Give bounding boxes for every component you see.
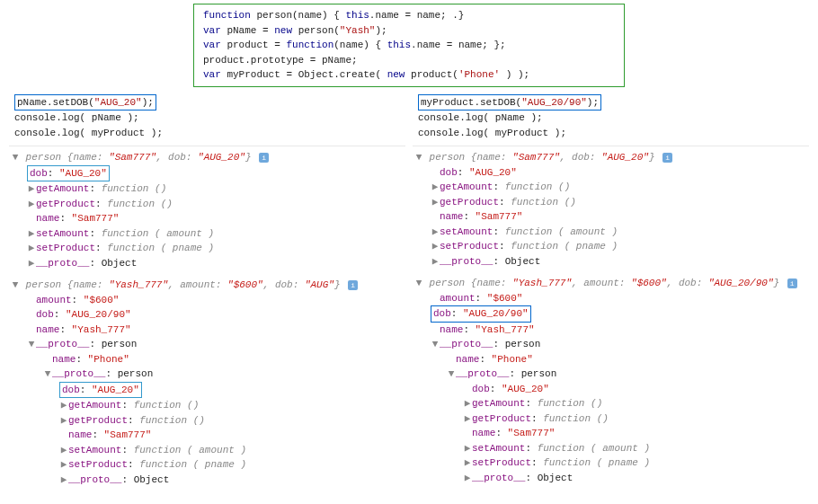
right-column: myProduct.setDOB("AUG_20/90"); console.l… xyxy=(409,93,813,488)
disclosure-triangle-icon[interactable]: ▶ xyxy=(431,254,440,270)
log-line: console.log( myProduct ); xyxy=(14,126,400,141)
code-line: var product = function(name) { this.name… xyxy=(203,38,615,53)
disclosure-triangle-icon[interactable]: ▶ xyxy=(431,239,440,254)
disclosure-triangle-icon[interactable]: ▼ xyxy=(27,337,36,352)
disclosure-triangle-icon[interactable]: ▶ xyxy=(463,441,472,456)
left-column: pName.setDOB("AUG_20"); console.log( pNa… xyxy=(5,93,409,488)
disclosure-triangle-icon[interactable]: ▶ xyxy=(59,473,68,488)
disclosure-triangle-icon[interactable]: ▼ xyxy=(414,276,423,291)
disclosure-triangle-icon[interactable]: ▶ xyxy=(463,455,472,471)
console-object: ▼ person {name: "Yash_777", amount: "$60… xyxy=(413,276,809,485)
disclosure-triangle-icon[interactable]: ▶ xyxy=(27,241,36,256)
disclosure-triangle-icon[interactable]: ▶ xyxy=(463,396,472,411)
disclosure-triangle-icon[interactable]: ▼ xyxy=(11,150,20,165)
disclosure-triangle-icon[interactable]: ▶ xyxy=(27,256,36,271)
disclosure-triangle-icon[interactable]: ▶ xyxy=(27,181,36,197)
disclosure-triangle-icon[interactable]: ▶ xyxy=(463,471,472,486)
disclosure-triangle-icon[interactable]: ▶ xyxy=(59,443,68,458)
disclosure-triangle-icon[interactable]: ▶ xyxy=(463,411,472,427)
disclosure-triangle-icon[interactable]: ▶ xyxy=(59,398,68,413)
log-line: console.log( myProduct ); xyxy=(418,126,804,141)
disclosure-triangle-icon[interactable]: ▶ xyxy=(431,180,440,195)
disclosure-triangle-icon[interactable]: ▶ xyxy=(27,226,36,242)
console-object: ▼ person {name: "Sam777", dob: "AUG_20"}… xyxy=(413,150,809,269)
disclosure-triangle-icon[interactable]: ▶ xyxy=(59,413,68,429)
info-icon[interactable]: i xyxy=(348,280,358,290)
code-line: product.prototype = pName; xyxy=(203,53,615,68)
disclosure-triangle-icon[interactable]: ▼ xyxy=(43,367,52,382)
code-line: function person(name) { this.name = name… xyxy=(203,8,615,23)
info-icon[interactable]: i xyxy=(787,279,797,288)
log-line: console.log( pName ); xyxy=(14,111,400,126)
console-object: ▼ person {name: "Yash_777", amount: "$60… xyxy=(9,278,405,487)
disclosure-triangle-icon[interactable]: ▶ xyxy=(59,457,68,473)
disclosure-triangle-icon[interactable]: ▼ xyxy=(11,278,20,293)
disclosure-triangle-icon[interactable]: ▼ xyxy=(447,367,456,382)
console-object: ▼ person {name: "Sam777", dob: "AUG_20"}… xyxy=(9,150,405,270)
info-icon[interactable]: i xyxy=(259,153,269,163)
info-icon[interactable]: i xyxy=(662,153,672,163)
code-line: var myProduct = Object.create( new produ… xyxy=(203,67,615,83)
disclosure-triangle-icon[interactable]: ▼ xyxy=(431,337,440,352)
call-line: pName.setDOB("AUG_20"); xyxy=(14,94,400,111)
code-line: var pName = new person("Yash"); xyxy=(203,23,615,39)
disclosure-triangle-icon[interactable]: ▶ xyxy=(431,225,440,240)
log-line: console.log( pName ); xyxy=(418,111,804,126)
disclosure-triangle-icon[interactable]: ▶ xyxy=(431,195,440,210)
top-code-box: function person(name) { this.name = name… xyxy=(193,4,625,87)
disclosure-triangle-icon[interactable]: ▼ xyxy=(414,150,423,165)
disclosure-triangle-icon[interactable]: ▶ xyxy=(27,197,36,212)
call-line: myProduct.setDOB("AUG_20/90"); xyxy=(418,94,804,111)
